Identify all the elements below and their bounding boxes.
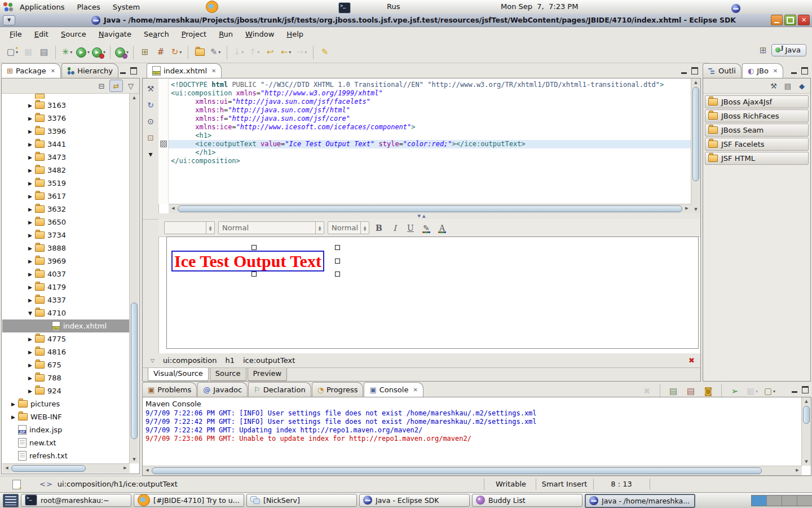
run-validation-button[interactable]: ✎ xyxy=(317,45,332,60)
console-tab-declaration[interactable]: ⚐Declaration xyxy=(248,382,311,397)
dropdown-arrow-icon[interactable]: ▾ xyxy=(241,50,244,55)
tree-expand-icon[interactable]: ▶ xyxy=(27,336,34,342)
resize-handle[interactable] xyxy=(335,259,340,264)
tree-item-refresh.txt[interactable]: refresh.txt xyxy=(2,449,130,462)
close-tab-icon[interactable]: ✕ xyxy=(773,68,778,74)
fast-view-icon[interactable]: ✦ xyxy=(12,480,21,489)
menu-help[interactable]: Help xyxy=(280,28,310,41)
menu-search[interactable]: Search xyxy=(138,28,175,41)
code-line-3[interactable]: xmlns:ui="http://java.sun.com/jsf/facele… xyxy=(169,98,691,106)
tree-expand-icon[interactable]: ▶ xyxy=(27,220,34,225)
tree-expand-icon[interactable]: ▶ xyxy=(27,259,34,264)
tree-item-3376[interactable]: ▶3376 xyxy=(2,112,130,125)
vpe-page-design-options-button[interactable]: ⊙ xyxy=(147,117,154,126)
taskbar-button-1[interactable]: root@mareshkau:~ xyxy=(21,494,131,507)
terminal-launcher-icon[interactable] xyxy=(338,2,351,14)
open-folder-button[interactable] xyxy=(192,45,207,60)
view-menu-button[interactable]: ▽ xyxy=(125,80,137,91)
tree-item-WEB-INF[interactable]: ▶WEB-INF xyxy=(2,410,130,423)
tree-expand-icon[interactable]: ▶ xyxy=(27,284,34,290)
maximize-button[interactable] xyxy=(784,15,796,25)
combo-spinner-icon[interactable]: ▲▼ xyxy=(315,222,324,234)
annotation-ruler[interactable] xyxy=(158,78,169,204)
dropdown-arrow-icon[interactable]: ▾ xyxy=(218,50,220,55)
window-list-icon[interactable] xyxy=(3,494,19,507)
tree-item-partial[interactable] xyxy=(2,94,130,99)
tree-item-3734[interactable]: ▶3734 xyxy=(2,229,130,242)
link-with-editor-button[interactable]: ⇄ xyxy=(109,80,123,92)
tree-expand-icon[interactable]: ▶ xyxy=(27,181,34,186)
tree-item-3163[interactable]: ▶3163 xyxy=(2,99,130,112)
view-tab-source[interactable]: Source xyxy=(210,368,246,381)
close-tab-icon[interactable]: ✕ xyxy=(51,68,55,74)
last-edit-location-button[interactable]: ↩ xyxy=(263,45,277,60)
menu-file[interactable]: File xyxy=(3,28,28,41)
tree-expand-icon[interactable]: ▶ xyxy=(27,194,34,199)
breadcrumb-item-ice-outputText[interactable]: ice:outputText xyxy=(243,356,295,365)
combo-spinner-icon[interactable]: ▲▼ xyxy=(360,222,369,234)
tree-item-3650[interactable]: ▶3650 xyxy=(2,216,130,229)
external-tools-button[interactable]: ▶▾ xyxy=(114,45,129,60)
style-class-combo[interactable]: ▲▼ xyxy=(164,221,215,234)
minimize-button[interactable] xyxy=(771,15,783,25)
clock[interactable]: Mon Sep 7, 7:23 PM xyxy=(501,2,578,11)
paragraph-format-combo[interactable]: Normal ▲▼ xyxy=(218,221,324,234)
tree-item-3969[interactable]: ▶3969 xyxy=(2,255,130,268)
dynamic-web-grid-button[interactable]: # xyxy=(153,45,168,60)
menu-project[interactable]: Project xyxy=(175,28,213,41)
tree-expand-icon[interactable]: ▶ xyxy=(27,103,34,108)
italic-button[interactable]: I xyxy=(389,222,401,234)
underline-button[interactable]: U xyxy=(404,222,417,234)
applications-menu[interactable]: Applications xyxy=(14,0,70,14)
resize-handle[interactable] xyxy=(251,245,257,250)
palette-tab-outli[interactable]: Outli xyxy=(703,63,742,78)
back-button[interactable]: ←▾ xyxy=(279,45,293,60)
breadcrumb-item-h1[interactable]: h1 xyxy=(225,356,235,365)
collapse-all-button[interactable]: ⊟ xyxy=(95,80,108,91)
tree-expand-icon[interactable]: ▶ xyxy=(27,246,34,251)
forward-button[interactable]: →▾ xyxy=(294,45,309,60)
tree-expand-icon[interactable]: ▶ xyxy=(10,414,17,420)
palette-group-jboss-ajax4jsf[interactable]: JBoss Ajax4Jsf xyxy=(705,95,809,108)
palette-group-jboss-seam[interactable]: JBoss Seam xyxy=(705,124,809,137)
new-wizard-button[interactable]: ▢✦▾ xyxy=(5,45,20,60)
keyboard-layout-indicator[interactable]: Rus xyxy=(387,2,400,11)
run-last-button[interactable]: ▶▾ xyxy=(91,45,106,60)
debug-button[interactable]: ✳▾ xyxy=(60,45,74,60)
java-perspective-button[interactable]: Java xyxy=(771,44,806,56)
selected-output-text[interactable]: Ice Test Output Text xyxy=(171,251,324,271)
code-line-1[interactable]: <!DOCTYPE html PUBLIC "-//W3C//DTD XHTML… xyxy=(169,81,691,89)
minimize-console-icon[interactable] xyxy=(792,391,797,393)
tree-item-3396[interactable]: ▶3396 xyxy=(2,125,130,138)
menu-source[interactable]: Source xyxy=(55,28,92,41)
tree-item-3482[interactable]: ▶3482 xyxy=(2,164,130,177)
search-button[interactable]: ✎▾ xyxy=(208,45,223,60)
view-tab-visual-source[interactable]: Visual/Source xyxy=(148,368,209,381)
tree-horizontal-scrollbar[interactable]: ◀▶ xyxy=(2,463,130,473)
palette-group-jsf-facelets[interactable]: JSF Facelets xyxy=(705,138,809,151)
menu-window[interactable]: Window xyxy=(239,28,280,41)
previous-annotation-button[interactable]: ↑▾ xyxy=(247,45,262,60)
dropdown-arrow-icon[interactable]: ▾ xyxy=(87,50,90,55)
tree-collapse-icon[interactable]: ▼ xyxy=(27,310,34,316)
places-menu[interactable]: Places xyxy=(70,0,106,14)
tree-expand-icon[interactable]: ▶ xyxy=(27,129,34,134)
maximize-console-icon[interactable] xyxy=(802,386,809,393)
console-tab-problems[interactable]: ▣Problems xyxy=(142,382,197,397)
vpe-externalize-strings-button[interactable]: ⊡ xyxy=(147,133,154,142)
workspace-4[interactable] xyxy=(797,496,812,506)
system-menu[interactable]: System xyxy=(107,0,146,14)
tree-expand-icon[interactable]: ▶ xyxy=(27,362,34,368)
tree-item-4775[interactable]: ▶4775 xyxy=(2,332,130,345)
taskbar-button-5[interactable]: Buddy List xyxy=(472,494,582,507)
tree-expand-icon[interactable]: ▶ xyxy=(27,271,34,277)
tree-vertical-scrollbar[interactable]: ▲▼ xyxy=(129,94,139,463)
vpe-preferences-button[interactable]: ⚒ xyxy=(147,84,155,93)
tree-item-index.xhtml[interactable]: index.xhtml xyxy=(2,319,130,332)
taskbar-button-4[interactable]: Java - Eclipse SDK xyxy=(359,494,470,507)
source-horizontal-scrollbar[interactable]: ◀▶ xyxy=(169,204,691,213)
tree-item-4337[interactable]: ▶4337 xyxy=(2,294,130,306)
tree-item-4179[interactable]: ▶4179 xyxy=(2,281,130,294)
taskbar-button-6[interactable]: Java - /home/mareshka... xyxy=(585,494,695,508)
palette-tab-jbo[interactable]: ◐JBo✕ xyxy=(742,63,783,78)
